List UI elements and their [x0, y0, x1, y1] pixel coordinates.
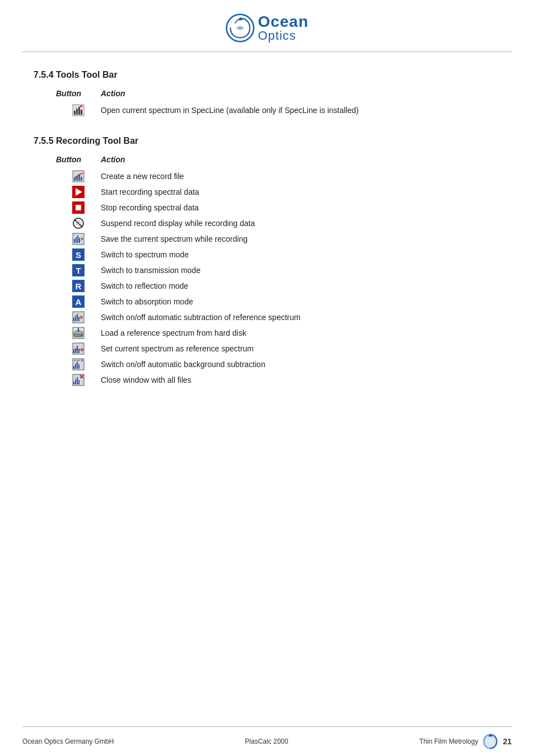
recording-action-autoref: Switch on/off automatic subtraction of r… — [101, 309, 523, 325]
svg-rect-17 — [78, 220, 79, 226]
svg-rect-55 — [77, 377, 78, 384]
svg-rect-40 — [75, 348, 76, 353]
recording-toolbar-title: 7.5.5 Recording Tool Bar — [34, 136, 500, 146]
svg-rect-12 — [81, 177, 82, 181]
recording-action-loadref: Load a reference spectrum from hard disk — [101, 325, 523, 341]
table-row: Switch on/off automatic background subtr… — [56, 356, 523, 372]
mode-r-icon: R — [72, 280, 85, 292]
tools-col-action: Action — [101, 89, 523, 102]
recording-action-suspend: Suspend record display while recording d… — [101, 215, 523, 231]
logo: Ocean Optics — [226, 13, 309, 43]
icon-cell-mode-a: A — [56, 294, 101, 309]
footer-logo-icon — [481, 732, 499, 750]
mode-t-icon: T — [72, 264, 85, 276]
specline-icon — [72, 104, 85, 116]
suspend-icon — [72, 217, 85, 229]
footer-left: Ocean Optics Germany GmbH — [22, 738, 114, 745]
footer-right: Thin Film Metrology — [419, 738, 478, 745]
icon-cell-mode-r: R — [56, 278, 101, 294]
svg-rect-22 — [77, 236, 78, 243]
svg-rect-20 — [74, 239, 75, 243]
svg-rect-42 — [78, 349, 79, 353]
logo-ocean: Ocean — [258, 14, 309, 30]
recording-col-button: Button — [56, 155, 101, 168]
tools-toolbar-section: 7.5.4 Tools Tool Bar Button Action — [34, 70, 500, 118]
icon-cell-autobg — [56, 356, 101, 372]
svg-rect-21 — [76, 237, 77, 243]
logo-icon — [226, 13, 255, 43]
recording-action-closefiles: Close window with all files — [101, 372, 523, 388]
tools-toolbar-title: 7.5.4 Tools Tool Bar — [34, 70, 500, 80]
loadref-icon — [72, 327, 85, 339]
tools-action-specline: Open current spectrum in SpecLine (avail… — [101, 102, 523, 118]
icon-cell-play — [56, 184, 101, 200]
table-row: R Switch to reflection mode — [56, 278, 523, 294]
recording-action-autobg: Switch on/off automatic background subtr… — [101, 356, 523, 372]
footer-right-section: Thin Film Metrology 21 — [419, 732, 512, 750]
savecurrent-icon — [72, 233, 85, 245]
page-footer: Ocean Optics Germany GmbH PlasCalc 2000 … — [22, 726, 512, 756]
recording-action-mode-a: Switch to absorption mode — [101, 294, 523, 309]
svg-rect-48 — [77, 361, 78, 369]
logo-text: Ocean Optics — [258, 14, 309, 42]
svg-rect-29 — [78, 317, 79, 321]
table-row: T Switch to transmission mode — [56, 262, 523, 278]
autobg-icon — [72, 358, 85, 370]
icon-cell-loadref — [56, 325, 101, 341]
recording-toolbar-section: 7.5.5 Recording Tool Bar Button Action — [34, 136, 500, 388]
icon-cell-mode-s: S — [56, 247, 101, 262]
table-row: Start recording spectral data — [56, 184, 523, 200]
page-number: 21 — [503, 737, 512, 746]
play-icon — [72, 186, 85, 198]
svg-rect-56 — [78, 380, 79, 384]
recording-action-mode-r: Switch to reflection mode — [101, 278, 523, 294]
recording-action-savecurrent: Save the current spectrum while recordin… — [101, 231, 523, 247]
recording-action-setref: Set current spectrum as reference spectr… — [101, 341, 523, 356]
tools-toolbar-table: Button Action — [56, 89, 523, 118]
table-row: Open current spectrum in SpecLine (avail… — [56, 102, 523, 118]
icon-cell-mode-t: T — [56, 262, 101, 278]
setref-icon — [72, 342, 85, 355]
table-row: Suspend record display while recording d… — [56, 215, 523, 231]
table-row: Stop recording spectral data — [56, 200, 523, 215]
table-row: Close window with all files — [56, 372, 523, 388]
icon-cell-specline — [56, 102, 101, 118]
icon-cell-setref — [56, 341, 101, 356]
page-header: Ocean Optics — [22, 0, 512, 52]
icon-cell-newrecord — [56, 168, 101, 184]
svg-rect-46 — [73, 366, 74, 369]
table-row: Set current spectrum as reference spectr… — [56, 341, 523, 356]
footer-center: PlasCalc 2000 — [245, 738, 288, 745]
table-row: Create a new record file — [56, 168, 523, 184]
recording-action-stop: Stop recording spectral data — [101, 200, 523, 215]
icon-cell-autoref — [56, 309, 101, 325]
recording-action-mode-t: Switch to transmission mode — [101, 262, 523, 278]
svg-rect-9 — [74, 178, 76, 181]
icon-cell-suspend — [56, 215, 101, 231]
table-row: Save the current spectrum while recordin… — [56, 231, 523, 247]
svg-rect-6 — [81, 110, 82, 115]
svg-rect-4 — [76, 109, 78, 115]
newrecord-icon — [72, 170, 85, 182]
mode-s-icon: S — [72, 248, 85, 261]
autoref-icon — [72, 311, 85, 323]
mode-a-icon: A — [72, 295, 85, 308]
svg-rect-16 — [76, 221, 77, 226]
stop-icon — [72, 201, 85, 214]
svg-rect-39 — [73, 350, 74, 353]
svg-rect-54 — [75, 379, 76, 384]
icon-cell-stop — [56, 200, 101, 215]
svg-rect-47 — [75, 364, 76, 369]
table-row: Switch on/off automatic subtraction of r… — [56, 309, 523, 325]
svg-rect-3 — [74, 111, 76, 115]
icon-cell-savecurrent — [56, 231, 101, 247]
table-row: S Switch to spectrum mode — [56, 247, 523, 262]
recording-action-start: Start recording spectral data — [101, 184, 523, 200]
table-row: A Switch to absorption mode — [56, 294, 523, 309]
logo-optics: Optics — [258, 30, 309, 42]
svg-point-35 — [81, 335, 83, 336]
svg-rect-23 — [79, 238, 80, 243]
icon-cell-closefiles — [56, 372, 101, 388]
main-content: 7.5.4 Tools Tool Bar Button Action — [0, 52, 534, 726]
table-row: Load a reference spectrum from hard disk — [56, 325, 523, 341]
